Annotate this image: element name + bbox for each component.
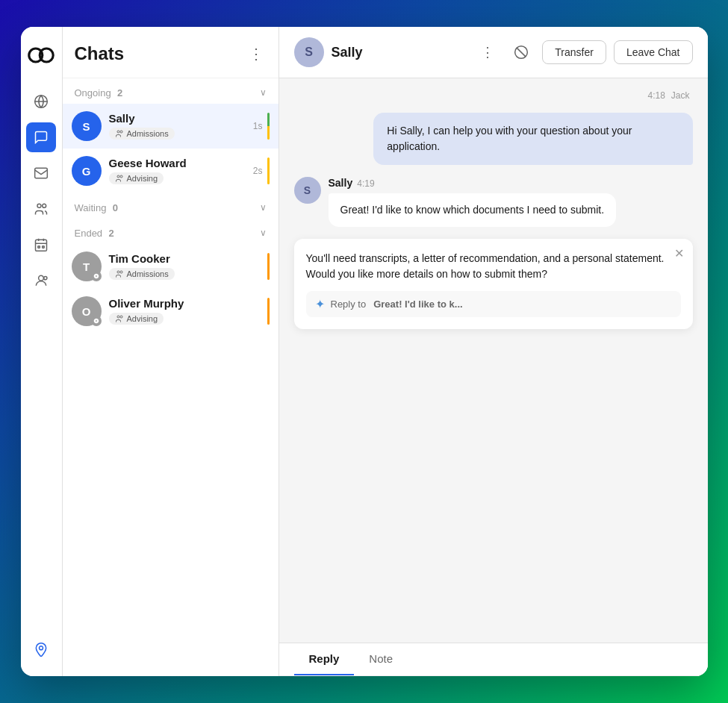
reply-tabs: Reply Note [279, 643, 708, 676]
oliver-chat-content: Oliver Murphy Advising [109, 297, 263, 326]
sally-tag: Admissions [109, 128, 175, 140]
ended-section-header[interactable]: Ended 2 ∨ [63, 219, 279, 244]
tim-bar [267, 253, 270, 280]
incoming-message-row: S Sally 4:19 Great! I'd like to know whi… [294, 177, 693, 227]
oliver-name: Oliver Murphy [109, 297, 263, 310]
ended-chevron-icon: ∨ [260, 228, 267, 238]
outgoing-time-row: 4:18 Jack [294, 90, 693, 101]
svg-point-16 [117, 271, 119, 273]
ended-label: Ended [75, 228, 103, 239]
geese-name: Geese Howard [109, 157, 247, 169]
geese-chat-content: Geese Howard Advising [109, 157, 247, 186]
ended-count: 2 [109, 228, 114, 239]
incoming-bubble: Great! I'd like to know which documents … [329, 193, 617, 227]
reply-tab[interactable]: Reply [294, 643, 355, 675]
sally-avatar: S [72, 111, 102, 141]
incoming-avatar: S [294, 177, 321, 204]
svg-point-15 [120, 175, 122, 178]
tim-name: Tim Cooker [109, 252, 263, 265]
waiting-section-header[interactable]: Waiting 0 ∨ [63, 193, 279, 219]
svg-point-19 [120, 316, 122, 318]
svg-rect-6 [36, 240, 47, 251]
chat-list-panel: Chats ⋮ Ongoing 2 ∨ S Sally Admissions 1… [63, 27, 279, 676]
sally-bar [267, 113, 270, 140]
geese-tag: Advising [109, 172, 164, 184]
sparkle-icon: ✦ [315, 297, 325, 311]
svg-point-5 [43, 204, 46, 207]
icon-sidebar [21, 27, 63, 676]
waiting-count: 0 [113, 202, 118, 213]
chat-item-oliver[interactable]: O Oliver Murphy Advising [63, 289, 279, 334]
tim-avatar: T [72, 251, 102, 281]
block-icon-button[interactable] [508, 42, 535, 63]
outgoing-bubble: Hi Sally, I can help you with your quest… [373, 113, 692, 165]
chat-header: S Sally ⋮ Transfer Leave Chat [279, 27, 708, 78]
messages-area: 4:18 Jack Hi Sally, I can help you with … [279, 78, 708, 643]
svg-point-17 [120, 271, 122, 273]
incoming-content: Sally 4:19 Great! I'd like to know which… [329, 177, 693, 227]
svg-point-11 [40, 646, 43, 650]
nav-chat-button[interactable] [26, 122, 56, 152]
geese-tag-label: Advising [127, 174, 158, 183]
response-popup: ✕ You'll need transcripts, a letter of r… [294, 239, 693, 329]
tim-chat-content: Tim Cooker Admissions [109, 252, 263, 281]
nav-team-button[interactable] [26, 194, 56, 224]
nav-contacts-button[interactable] [26, 266, 56, 296]
reply-preview-prefix: Reply to [331, 299, 367, 310]
sally-time: 1s [253, 121, 263, 131]
reply-preview-bold: Great! I'd like to k... [373, 299, 462, 310]
svg-point-4 [37, 204, 41, 207]
tim-tag-label: Admissions [127, 269, 169, 278]
nav-calendar-button[interactable] [26, 230, 56, 260]
chat-bottom: Reply Note [279, 643, 708, 676]
chats-more-button[interactable]: ⋮ [246, 42, 267, 66]
svg-rect-7 [38, 246, 40, 249]
sally-tag-label: Admissions [127, 129, 169, 138]
svg-rect-8 [43, 246, 45, 249]
tim-tag: Admissions [109, 268, 175, 280]
chat-main: S Sally ⋮ Transfer Leave Chat 4:18 Jack … [279, 27, 708, 676]
ongoing-label: Ongoing [75, 87, 111, 99]
incoming-time: 4:19 [357, 178, 374, 189]
oliver-tag-label: Advising [127, 314, 158, 323]
outgoing-sender: Jack [671, 90, 690, 101]
svg-point-9 [39, 275, 44, 281]
popup-close-button[interactable]: ✕ [674, 246, 684, 260]
chat-item-geese[interactable]: G Geese Howard Advising 2s [63, 149, 279, 193]
logo [25, 39, 57, 72]
geese-bar [267, 157, 270, 184]
transfer-button[interactable]: Transfer [542, 40, 606, 64]
ongoing-chevron-icon: ∨ [260, 87, 267, 98]
waiting-label: Waiting [75, 202, 107, 213]
chat-more-button[interactable]: ⋮ [475, 41, 500, 63]
chats-title: Chats [75, 43, 125, 64]
note-tab[interactable]: Note [354, 643, 408, 675]
sally-chat-content: Sally Admissions [109, 112, 247, 141]
popup-reply-preview: ✦ Reply to Great! I'd like to k... [306, 291, 681, 317]
chat-item-tim[interactable]: T Tim Cooker Admissions [63, 244, 279, 289]
leave-chat-button[interactable]: Leave Chat [614, 40, 693, 64]
svg-point-10 [44, 277, 47, 280]
sally-name: Sally [109, 112, 247, 125]
svg-rect-3 [35, 168, 48, 178]
geese-avatar: G [72, 156, 102, 186]
oliver-tag: Advising [109, 313, 164, 325]
geese-time: 2s [253, 166, 263, 176]
waiting-chevron-icon: ∨ [260, 202, 267, 213]
chat-header-avatar: S [294, 37, 324, 67]
svg-point-12 [117, 131, 119, 133]
incoming-sender-row: Sally 4:19 [329, 177, 693, 189]
svg-point-14 [117, 175, 119, 178]
incoming-sender-name: Sally [329, 177, 353, 189]
nav-mail-button[interactable] [26, 158, 56, 188]
ongoing-section-header[interactable]: Ongoing 2 ∨ [63, 78, 279, 104]
svg-point-13 [120, 131, 122, 133]
svg-point-18 [117, 316, 119, 318]
oliver-bar [267, 298, 270, 325]
chat-list-header: Chats ⋮ [63, 27, 279, 78]
ongoing-count: 2 [117, 87, 122, 99]
popup-text: You'll need transcripts, a letter of rec… [306, 251, 681, 282]
chat-item-sally[interactable]: S Sally Admissions 1s [63, 104, 279, 149]
nav-globe-button[interactable] [26, 87, 56, 116]
nav-location-button[interactable] [26, 634, 56, 664]
